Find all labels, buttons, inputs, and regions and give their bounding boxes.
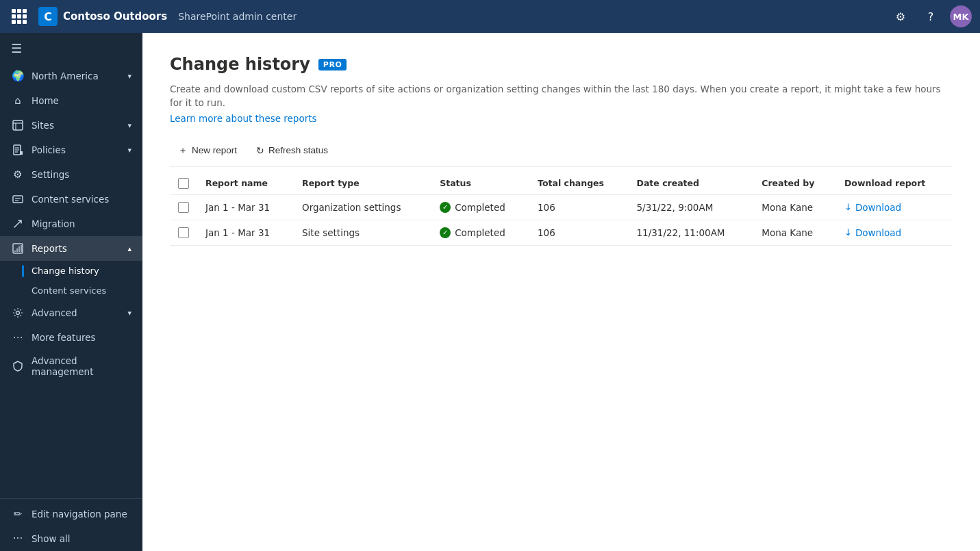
waffle-icon xyxy=(12,9,27,24)
svg-rect-8 xyxy=(13,196,23,203)
col-status: Status xyxy=(431,172,529,195)
chevron-down-icon: ▾ xyxy=(127,121,131,130)
col-report-name: Report name xyxy=(197,172,294,195)
status-completed-icon: ✓ xyxy=(440,202,451,213)
main-content: Change history PRO Create and download c… xyxy=(142,33,980,551)
select-all-header xyxy=(170,172,197,195)
col-total-changes: Total changes xyxy=(529,172,629,195)
col-created-by: Created by xyxy=(753,172,836,195)
chevron-up-icon: ▴ xyxy=(127,244,131,253)
advanced-management-icon xyxy=(11,359,25,373)
reports-children: Change history Content services xyxy=(0,261,142,300)
page-description: Create and download custom CSV reports o… xyxy=(170,82,953,110)
col-report-type: Report type xyxy=(294,172,431,195)
row-2-total-changes: 106 xyxy=(529,220,629,245)
avatar[interactable]: MK xyxy=(950,5,972,27)
sidebar-collapse-button[interactable]: ☰ xyxy=(0,33,142,64)
row-1-report-name: Jan 1 - Mar 31 xyxy=(197,194,294,220)
toolbar: ＋ New report ↻ Refresh status xyxy=(170,140,953,167)
sidebar-item-policies[interactable]: Policies ▾ xyxy=(0,138,142,162)
chevron-down-icon: ▾ xyxy=(127,72,131,81)
col-date-created: Date created xyxy=(629,172,754,195)
col-download-report: Download report xyxy=(836,172,953,195)
sidebar-item-advanced[interactable]: Advanced ▾ xyxy=(0,300,142,325)
row-1-date-created: 5/31/22, 9:00AM xyxy=(629,194,754,220)
help-icon: ? xyxy=(928,10,934,23)
edit-nav-icon: ✏ xyxy=(11,507,25,521)
chevron-down-icon: ▾ xyxy=(127,309,131,318)
row-2-report-type: Site settings xyxy=(294,220,431,245)
home-icon: ⌂ xyxy=(11,94,25,107)
svg-point-16 xyxy=(16,311,20,315)
status-completed-icon: ✓ xyxy=(440,227,451,238)
row-1-status: ✓ Completed xyxy=(431,194,529,220)
table-row: Jan 1 - Mar 31 Organization settings ✓ C… xyxy=(170,194,953,220)
svg-marker-7 xyxy=(20,151,23,155)
row-1-created-by: Mona Kane xyxy=(753,194,836,220)
sidebar-item-more-features[interactable]: ⋯ More features xyxy=(0,325,142,350)
page-title: Change history xyxy=(170,55,310,74)
svg-rect-0 xyxy=(13,120,23,130)
settings-icon: ⚙ xyxy=(896,10,905,23)
more-features-icon: ⋯ xyxy=(11,331,25,344)
chevron-down-icon: ▾ xyxy=(127,146,131,155)
row-2-download: ↓ Download xyxy=(836,220,953,245)
waffle-menu-button[interactable] xyxy=(8,5,30,27)
row-1-download-link[interactable]: ↓ Download xyxy=(844,202,944,213)
row-2-created-by: Mona Kane xyxy=(753,220,836,245)
sidebar-item-content-services[interactable]: Content services xyxy=(0,187,142,212)
table-row: Jan 1 - Mar 31 Site settings ✓ Completed… xyxy=(170,220,953,245)
row-2-date-created: 11/31/22, 11:00AM xyxy=(629,220,754,245)
row-2-status: ✓ Completed xyxy=(431,220,529,245)
show-all-icon: ··· xyxy=(11,532,25,546)
brand-name: Contoso Outdoors xyxy=(63,10,167,23)
policies-icon xyxy=(11,143,25,157)
brand-logo: C Contoso Outdoors xyxy=(38,7,167,26)
sidebar-item-advanced-management[interactable]: Advanced management xyxy=(0,350,142,383)
row-2-report-name: Jan 1 - Mar 31 xyxy=(197,220,294,245)
download-icon: ↓ xyxy=(844,202,852,212)
sidebar-item-settings[interactable]: ⚙ Settings xyxy=(0,162,142,187)
report-table: Report name Report type Status Total cha… xyxy=(170,172,953,246)
refresh-status-button[interactable]: ↻ Refresh status xyxy=(248,141,336,160)
app-name: SharePoint admin center xyxy=(178,11,297,22)
sidebar: ☰ 🌍 North America ▾ ⌂ Home Sites ▾ Polic… xyxy=(0,33,142,551)
select-all-checkbox[interactable] xyxy=(178,178,189,189)
reports-icon xyxy=(11,242,25,255)
sidebar-item-change-history[interactable]: Change history xyxy=(0,261,142,281)
row-1-checkbox[interactable] xyxy=(178,202,189,213)
app-body: ☰ 🌍 North America ▾ ⌂ Home Sites ▾ Polic… xyxy=(0,33,980,551)
sidebar-item-show-all[interactable]: ··· Show all xyxy=(0,526,142,551)
settings-button[interactable]: ⚙ xyxy=(890,5,912,27)
refresh-icon: ↻ xyxy=(256,145,264,156)
sites-icon xyxy=(11,118,25,132)
sidebar-item-edit-navigation[interactable]: ✏ Edit navigation pane xyxy=(0,502,142,526)
content-services-icon xyxy=(11,192,25,206)
row-1-download: ↓ Download xyxy=(836,194,953,220)
help-button[interactable]: ? xyxy=(920,5,942,27)
row-1-report-type: Organization settings xyxy=(294,194,431,220)
plus-icon: ＋ xyxy=(178,144,188,157)
download-icon: ↓ xyxy=(844,227,852,238)
row-2-select xyxy=(170,220,197,245)
region-label: North America xyxy=(32,71,121,81)
region-icon: 🌍 xyxy=(11,69,25,83)
learn-more-link[interactable]: Learn more about these reports xyxy=(170,113,317,124)
sidebar-item-home[interactable]: ⌂ Home xyxy=(0,88,142,113)
sidebar-item-reports[interactable]: Reports ▴ xyxy=(0,236,142,261)
sidebar-item-sites[interactable]: Sites ▾ xyxy=(0,113,142,138)
row-2-download-link[interactable]: ↓ Download xyxy=(844,227,944,238)
advanced-icon xyxy=(11,306,25,320)
sidebar-item-migration[interactable]: Migration xyxy=(0,212,142,236)
sidebar-item-content-services-report[interactable]: Content services xyxy=(0,281,142,300)
migration-icon xyxy=(11,217,25,231)
row-1-select xyxy=(170,194,197,220)
brand-icon: C xyxy=(38,7,58,26)
row-1-total-changes: 106 xyxy=(529,194,629,220)
row-2-checkbox[interactable] xyxy=(178,227,189,238)
sidebar-bottom: ✏ Edit navigation pane ··· Show all xyxy=(0,498,142,551)
pro-badge: PRO xyxy=(318,59,347,71)
page-header: Change history PRO xyxy=(170,55,953,74)
new-report-button[interactable]: ＋ New report xyxy=(170,140,245,161)
sidebar-item-region[interactable]: 🌍 North America ▾ xyxy=(0,64,142,88)
